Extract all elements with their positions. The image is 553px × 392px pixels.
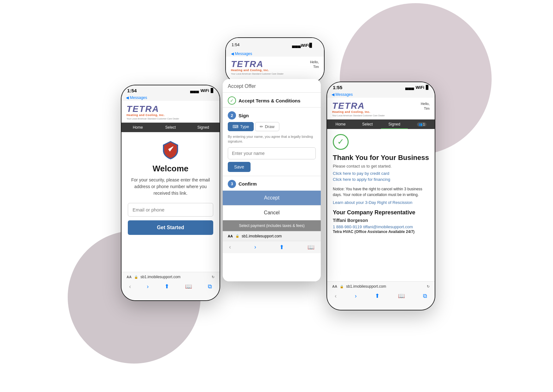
draw-tab[interactable]: ✏ Draw xyxy=(255,122,279,131)
phone3-nav-tabs: Home Select Signed 👥 1 xyxy=(327,119,435,129)
phone1-bookmarks-icon[interactable]: 📖 xyxy=(185,283,192,290)
phone3-time: 1:55 xyxy=(333,85,342,90)
phone3-thank-you-content: ✓ Thank You for Your Business Please con… xyxy=(327,129,435,239)
phone2-lock-icon: 🔒 xyxy=(235,234,239,238)
phone3-back-button[interactable]: ◀ Messages xyxy=(332,92,353,97)
phone3-back-row: ◀ Messages xyxy=(327,91,435,98)
welcome-title: Welcome xyxy=(152,164,189,174)
hello-text-top: Hello, Tim xyxy=(310,60,319,70)
rep-phone[interactable]: 1 888-980-9119 xyxy=(333,224,362,229)
rescission-link[interactable]: Learn about your 3-Day Right of Rescissi… xyxy=(333,200,429,205)
phone1-bottom-bar: AA 🔒 sb1.imobilesupport.com ↻ ‹ › ⬆ 📖 ⧉ xyxy=(121,272,220,300)
phone3-forward-nav-icon[interactable]: › xyxy=(355,293,357,299)
thank-you-check-icon: ✓ xyxy=(333,134,349,150)
sign-note: By entering your name, you agree that a … xyxy=(228,134,316,144)
step1-row: ✓ Accept Terms & Conditions xyxy=(223,93,321,107)
phone1-share-icon[interactable]: ⬆ xyxy=(165,283,169,290)
phone3-aa: AA xyxy=(332,285,337,288)
phone1-aa: AA xyxy=(127,275,132,279)
phone1-address-bar: AA 🔒 sb1.imobilesupport.com ↻ xyxy=(127,275,214,279)
step2-number: 2 xyxy=(228,111,236,119)
phone3-tab-select[interactable]: Select xyxy=(354,119,381,129)
phone3-url: sb1.imobilesupport.com xyxy=(346,284,386,289)
phone1-browser-nav: ‹ › ⬆ 📖 ⧉ xyxy=(127,282,214,291)
phone1-url: sb1.imobilesupport.com xyxy=(140,275,181,279)
cancel-button[interactable]: Cancel xyxy=(223,205,321,220)
phone1-tab-home[interactable]: Home xyxy=(121,123,154,132)
phone3-tabs-icon[interactable]: ⧉ xyxy=(423,293,427,299)
phone-thank-you: 1:55 ▄▄▄ WiFi ▊ ◀ Messages TETRA Heating… xyxy=(327,82,435,310)
phone1-refresh-icon: ↻ xyxy=(212,275,214,279)
phone2-share-icon[interactable]: ⬆ xyxy=(279,244,284,251)
phone3-tetra-subtitle: Heating and Cooling, Inc. xyxy=(332,110,385,114)
modal-content: Accept Offer ✓ Accept Terms & Conditions… xyxy=(223,79,321,281)
signal-icon: ▄▄▄ xyxy=(292,43,301,48)
phone2-forward-nav[interactable]: › xyxy=(254,244,256,250)
step3-number: 3 xyxy=(228,180,236,188)
step1-check-icon: ✓ xyxy=(228,96,236,105)
phone1-tetra-tagline: Your Local American Standard Customer Ca… xyxy=(127,118,179,120)
phone2-address-bar: AA 🔒 sb1.imobilesupport.com xyxy=(223,231,321,241)
thank-you-title: Thank You for Your Business xyxy=(333,154,429,162)
battery-icon: ▊ xyxy=(309,43,313,48)
phone2-bookmarks-icon[interactable]: 📖 xyxy=(308,244,314,251)
phone1-back-button[interactable]: ◀ Messages xyxy=(126,95,147,100)
phone1-signal-icon: ▄▄▄ xyxy=(190,88,199,93)
phone1-tab-signed[interactable]: Signed xyxy=(187,123,220,132)
email-phone-input[interactable] xyxy=(128,203,213,217)
phone1-tab-select[interactable]: Select xyxy=(154,123,187,132)
phone3-tab-signed[interactable]: Signed xyxy=(381,119,408,129)
phone3-hello-text: Hello, Tim xyxy=(421,101,430,111)
type-icon: ⌨ xyxy=(233,124,239,129)
phone3-status-bar: 1:55 ▄▄▄ WiFi ▊ xyxy=(327,82,435,91)
step2-content: ⌨ Type ✏ Draw By entering your name, you… xyxy=(223,122,321,176)
phone3-tab-home[interactable]: Home xyxy=(327,119,354,129)
type-tab[interactable]: ⌨ Type xyxy=(228,122,254,131)
phone3-badge: 👥 1 xyxy=(417,122,426,126)
credit-card-link[interactable]: Click here to pay by credit card xyxy=(333,171,429,176)
phone2-url: sb1.imobilesupport.com xyxy=(242,234,282,238)
phone1-back-row: ◀ Messages xyxy=(121,95,220,101)
phone3-browser-nav: ‹ › ⬆ 📖 ⧉ xyxy=(332,291,430,301)
accept-button[interactable]: Accept xyxy=(223,191,321,205)
get-started-button[interactable]: Get Started xyxy=(128,220,213,235)
welcome-desc: For your security, please enter the emai… xyxy=(128,177,213,197)
phone3-tetra-header: TETRA Heating and Cooling, Inc. Your Loc… xyxy=(327,98,435,119)
phone3-battery-icon: ▊ xyxy=(426,85,429,90)
scene: 1:54 ▄▄▄ WiFi ▊ ◀ Messages TETRA Heating… xyxy=(87,22,466,370)
rep-name: Tiffani Borgeson xyxy=(333,218,429,223)
phone1-back-nav-icon[interactable]: ‹ xyxy=(129,283,131,290)
save-button[interactable]: Save xyxy=(228,162,251,172)
phone2-back-nav[interactable]: ‹ xyxy=(229,244,231,250)
phone-top-icons: ▄▄▄ WiFi ▊ xyxy=(286,40,318,49)
thank-you-sub: Please contact us to get started. xyxy=(333,164,429,168)
phone1-lock-icon: 🔒 xyxy=(134,275,138,279)
phone1-tetra-name: TETRA xyxy=(127,105,179,113)
step2-title: Sign xyxy=(239,113,249,118)
name-input[interactable] xyxy=(228,147,316,159)
step3-row: 3 Confirm xyxy=(223,176,321,191)
phone3-lock-icon: 🔒 xyxy=(340,285,344,288)
phone3-back-nav-icon[interactable]: ‹ xyxy=(335,293,337,299)
phone1-welcome-content: Welcome For your security, please enter … xyxy=(121,132,220,241)
phone3-refresh-icon: ↻ xyxy=(427,285,430,289)
rep-email[interactable]: tiffani@imobilesupport.com xyxy=(363,224,413,229)
phone1-forward-nav-icon[interactable]: › xyxy=(147,283,149,290)
phone3-tetra-name: TETRA xyxy=(332,101,385,110)
phone3-bookmarks-icon[interactable]: 📖 xyxy=(398,292,405,299)
phone3-tab-badge[interactable]: 👥 1 xyxy=(408,119,435,129)
modal-header: Accept Offer xyxy=(223,79,321,93)
phone3-badge-icon: 👥 xyxy=(419,123,422,126)
step3-buttons: Accept Cancel xyxy=(223,191,321,220)
phone-top-back[interactable]: ◀ Messages xyxy=(231,52,252,56)
phone1-tabs-icon[interactable]: ⧉ xyxy=(208,283,212,290)
tetra-subtitle-top: Heating and Cooling, Inc. xyxy=(231,69,283,72)
phone3-tetra-tagline: Your Local American Standard Customer Ca… xyxy=(332,114,385,117)
phone-top: 1:54 ▄▄▄ WiFi ▊ ◀ Messages TETRA Heating… xyxy=(226,38,324,82)
phone3-wifi-icon: WiFi xyxy=(416,85,424,90)
phone3-share-icon[interactable]: ⬆ xyxy=(375,292,380,299)
phone-accept-offer: Accept Offer ✓ Accept Terms & Conditions… xyxy=(223,79,321,281)
rep-title: Your Company Representative xyxy=(333,209,429,216)
financing-link[interactable]: Click here to apply for financing xyxy=(333,177,429,182)
phone3-signal-icon: ▄▄▄ xyxy=(405,85,414,90)
